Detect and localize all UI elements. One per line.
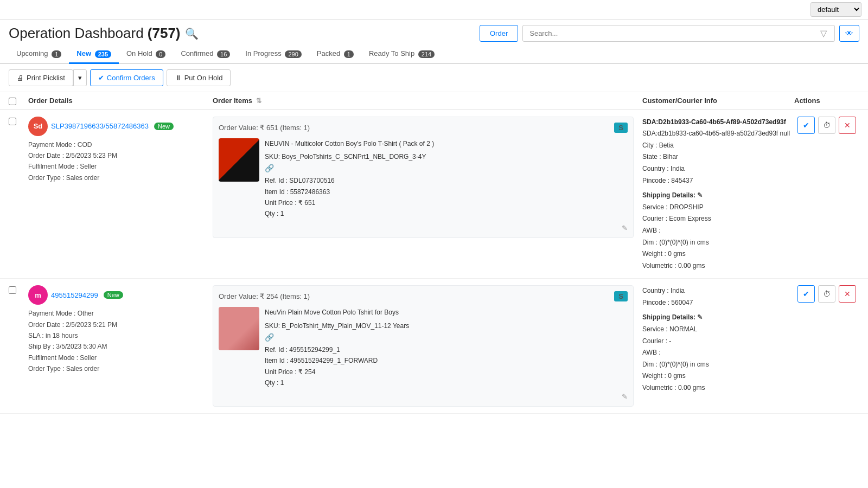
tabs: Upcoming 1 New 235 On Hold 0 Confirmed 1… xyxy=(0,45,868,64)
tab-inprogress[interactable]: In Progress 290 xyxy=(238,45,309,64)
pause-icon: ⏸ xyxy=(175,74,182,82)
order-items-col: Order Value: ₹ 254 (Items: 1) S NeuVin P… xyxy=(213,285,642,407)
link-icon[interactable]: 🔗 xyxy=(265,333,274,342)
order-details-col: Sd SLP3987196633/55872486363 New Payment… xyxy=(28,117,213,184)
order-value-text: Order Value: ₹ 651 (Items: 1) xyxy=(219,124,310,132)
search-input[interactable] xyxy=(527,25,817,41)
toolbar: 🖨 Print Picklist ▾ ✔ Confirm Orders ⏸ Pu… xyxy=(0,64,868,92)
status-badge: New xyxy=(104,291,123,299)
row-checkbox-col xyxy=(9,117,28,125)
item-row: NeuVin Plain Move Cotton Polo Tshirt for… xyxy=(219,307,628,388)
item-details: NeuVin Plain Move Cotton Polo Tshirt for… xyxy=(265,307,628,388)
order-id-row: m 495515294299 New xyxy=(28,285,207,305)
order-item-card: Order Value: ₹ 254 (Items: 1) S NeuVin P… xyxy=(213,285,634,407)
eye-button[interactable]: 👁 xyxy=(839,25,859,42)
row-checkbox-col xyxy=(9,285,28,294)
customer-info-col: Country : IndiaPincode : 560047Shipping … xyxy=(642,285,794,394)
print-picklist-button[interactable]: 🖨 Print Picklist xyxy=(9,69,73,86)
order-checkbox[interactable] xyxy=(9,286,16,294)
order-value-header: Order Value: ₹ 254 (Items: 1) S xyxy=(219,291,628,301)
order-checkbox[interactable] xyxy=(9,118,16,125)
header: Operation Dashboard (757) 🔍 Order ▽ 👁 xyxy=(0,20,868,45)
put-on-hold-button[interactable]: ⏸ Put On Hold xyxy=(167,69,231,86)
actions-col: ✔ ⏱ ✕ xyxy=(794,285,859,303)
order-id-row: Sd SLP3987196633/55872486363 New xyxy=(28,117,207,136)
tab-readytoship[interactable]: Ready To Ship 214 xyxy=(361,45,442,64)
order-meta: Payment Mode : Other Order Date : 2/5/20… xyxy=(28,308,207,374)
print-caret-button[interactable]: ▾ xyxy=(73,69,87,86)
item-image xyxy=(219,138,259,182)
table-row: m 495515294299 New Payment Mode : Other … xyxy=(0,279,868,414)
orders-container: Sd SLP3987196633/55872486363 New Payment… xyxy=(0,110,868,414)
check-icon: ✔ xyxy=(98,74,104,82)
item-image xyxy=(219,307,259,350)
order-items-col: Order Value: ₹ 651 (Items: 1) S NEUVIN -… xyxy=(213,117,642,238)
tab-new[interactable]: New 235 xyxy=(69,45,119,64)
s-badge: S xyxy=(614,123,628,133)
tab-confirmed[interactable]: Confirmed 16 xyxy=(173,45,238,64)
order-id-link[interactable]: 495515294299 xyxy=(51,291,98,299)
link-icon[interactable]: 🔗 xyxy=(265,164,274,172)
edit-icon-row[interactable]: ✎ xyxy=(219,224,628,232)
order-button[interactable]: Order xyxy=(480,25,518,42)
select-all-checkbox[interactable] xyxy=(9,98,16,105)
search-area: Order ▽ 👁 xyxy=(480,25,859,42)
confirm-action-button[interactable]: ✔ xyxy=(797,117,815,134)
search-input-wrap: ▽ xyxy=(522,25,835,42)
top-bar: default xyxy=(0,0,868,20)
order-value-header: Order Value: ₹ 651 (Items: 1) S xyxy=(219,123,628,133)
printer-icon: 🖨 xyxy=(17,74,24,82)
order-item-card: Order Value: ₹ 651 (Items: 1) S NEUVIN -… xyxy=(213,117,634,238)
item-details: NEUVIN - Multicolor Cotton Boy's Polo T-… xyxy=(265,138,628,220)
col-actions: Actions xyxy=(794,97,859,105)
table-header: Order Details Order Items ⇅ Customer/Cou… xyxy=(0,92,868,110)
order-details-col: m 495515294299 New Payment Mode : Other … xyxy=(28,285,213,374)
profile-select[interactable]: default xyxy=(810,2,861,17)
cancel-action-button[interactable]: ✕ xyxy=(839,285,856,303)
filter-icon-button[interactable]: ▽ xyxy=(817,26,830,41)
col-customer-info: Customer/Courier Info xyxy=(642,97,794,105)
actions-col: ✔ ⏱ ✕ xyxy=(794,117,859,134)
search-toggle-icon[interactable]: 🔍 xyxy=(185,27,199,40)
customer-info-col: SDA:D2b1b933-Ca60-4b65-Af89-A502d73ed93f… xyxy=(642,117,794,272)
tab-upcoming[interactable]: Upcoming 1 xyxy=(9,45,69,64)
confirm-action-button[interactable]: ✔ xyxy=(797,285,815,303)
edit-icon-row[interactable]: ✎ xyxy=(219,393,628,401)
order-value-text: Order Value: ₹ 254 (Items: 1) xyxy=(219,292,310,300)
cancel-action-button[interactable]: ✕ xyxy=(839,117,856,134)
avatar: Sd xyxy=(28,117,48,136)
col-order-items: Order Items ⇅ xyxy=(213,97,642,105)
order-id-link[interactable]: SLP3987196633/55872486363 xyxy=(51,122,149,130)
tab-packed[interactable]: Packed 1 xyxy=(309,45,361,64)
avatar: m xyxy=(28,285,48,305)
hold-action-button[interactable]: ⏱ xyxy=(818,117,835,134)
tab-onhold[interactable]: On Hold 0 xyxy=(119,45,173,64)
order-meta: Payment Mode : COD Order Date : 2/5/2023… xyxy=(28,139,207,184)
confirm-orders-button[interactable]: ✔ Confirm Orders xyxy=(90,69,163,86)
item-row: NEUVIN - Multicolor Cotton Boy's Polo T-… xyxy=(219,138,628,220)
hold-action-button[interactable]: ⏱ xyxy=(818,285,835,303)
s-badge: S xyxy=(614,291,628,301)
status-badge: New xyxy=(154,123,174,130)
page-title: Operation Dashboard (757) xyxy=(9,25,181,42)
col-order-details: Order Details xyxy=(28,97,213,105)
sort-icon[interactable]: ⇅ xyxy=(256,97,261,105)
table-row: Sd SLP3987196633/55872486363 New Payment… xyxy=(0,110,868,279)
